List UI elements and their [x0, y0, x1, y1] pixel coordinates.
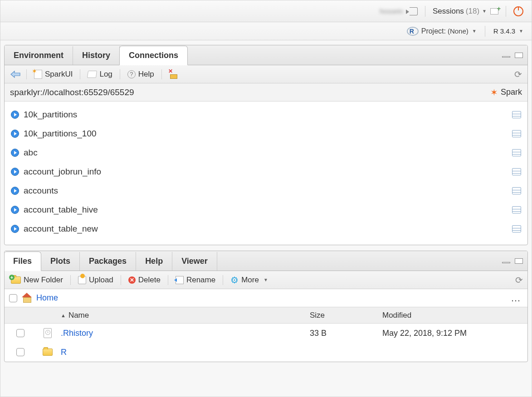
maximize-pane-icon[interactable]: [515, 53, 523, 58]
sparkui-label: SparkUI: [45, 70, 73, 79]
refresh-icon[interactable]: ⟳: [515, 275, 523, 286]
table-row[interactable]: accounts: [11, 181, 521, 200]
table-name: 10k_partitions_100: [24, 129, 97, 139]
rename-label: Rename: [186, 276, 215, 285]
connections-tabstrip: Environment History Connections: [5, 45, 527, 65]
connections-pane: Environment History Connections SparkUI …: [4, 45, 528, 245]
delete-button[interactable]: ✕ Delete: [127, 275, 162, 286]
expand-icon[interactable]: [11, 187, 19, 195]
table-row[interactable]: account_jobrun_info: [11, 162, 521, 181]
expand-icon[interactable]: [11, 149, 19, 157]
new-folder-button[interactable]: + New Folder: [9, 275, 65, 286]
tab-files[interactable]: Files: [4, 252, 41, 271]
select-all-checkbox[interactable]: [9, 294, 17, 302]
tab-viewer[interactable]: Viewer: [172, 252, 217, 271]
divider: [485, 26, 485, 37]
tab-plots[interactable]: Plots: [41, 252, 80, 271]
help-button[interactable]: ? Help: [126, 69, 156, 80]
row-checkbox[interactable]: [16, 329, 24, 337]
expand-icon[interactable]: [11, 225, 19, 233]
tab-help[interactable]: Help: [136, 252, 172, 271]
path-overflow-icon[interactable]: …: [511, 292, 521, 304]
divider: [80, 69, 80, 79]
connection-tables-list: 10k_partitions 10k_partitions_100 abc ac…: [5, 102, 527, 245]
tab-packages[interactable]: Packages: [80, 252, 136, 271]
r-version-menu[interactable]: R 3.4.3 ▼: [493, 27, 523, 35]
divider: [425, 6, 425, 17]
tab-environment[interactable]: Environment: [5, 46, 73, 65]
connections-toolbar: SparkUI Log ? Help ⟳: [5, 65, 527, 83]
project-label: Project:: [421, 27, 446, 35]
expand-icon[interactable]: [11, 130, 19, 138]
quit-session-icon[interactable]: [513, 6, 523, 16]
help-label: Help: [138, 70, 154, 79]
connection-url-row: sparklyr://localhost:65529/65529 ✶ Spark: [5, 83, 527, 102]
column-name[interactable]: ▲ Name: [59, 311, 310, 320]
row-checkbox[interactable]: [16, 348, 24, 356]
preview-table-icon[interactable]: [512, 111, 521, 118]
back-arrow-icon[interactable]: [10, 70, 21, 78]
table-row[interactable]: abc: [11, 143, 521, 162]
divider: [223, 275, 223, 285]
table-name: account_table_hive: [24, 205, 98, 215]
table-name: account_jobrun_info: [24, 167, 101, 177]
chevron-down-icon: ▼: [482, 9, 487, 14]
file-name[interactable]: .Rhistory: [61, 329, 93, 338]
sparkui-icon: [34, 70, 42, 79]
files-tabstrip: Files Plots Packages Help Viewer: [5, 251, 527, 271]
rename-button[interactable]: Rename: [174, 275, 217, 286]
refresh-icon[interactable]: ⟳: [514, 69, 522, 80]
divider: [121, 275, 121, 285]
table-row[interactable]: 10k_partitions_100: [11, 124, 521, 143]
table-row[interactable]: account_table_new: [11, 219, 521, 238]
files-pane: Files Plots Packages Help Viewer + New F…: [4, 251, 528, 362]
preview-table-icon[interactable]: [512, 130, 521, 137]
log-label: Log: [99, 70, 112, 79]
maximize-pane-icon[interactable]: [515, 258, 523, 264]
divider: [70, 275, 71, 285]
column-size[interactable]: Size: [310, 311, 382, 320]
file-name[interactable]: R: [61, 348, 67, 357]
divider: [168, 275, 168, 285]
preview-table-icon[interactable]: [512, 187, 521, 194]
preview-table-icon[interactable]: [512, 206, 521, 213]
file-size: 33 B: [310, 329, 382, 338]
tab-history[interactable]: History: [73, 46, 120, 65]
delete-icon: ✕: [128, 276, 136, 284]
more-label: More: [241, 276, 259, 285]
new-session-icon[interactable]: [490, 8, 498, 15]
chevron-down-icon: ▼: [264, 277, 268, 282]
new-folder-label: New Folder: [24, 276, 63, 285]
upload-button[interactable]: Upload: [76, 275, 115, 286]
table-row[interactable]: account_table_hive: [11, 200, 521, 219]
rename-icon: [176, 276, 184, 284]
gear-icon: ⚙: [230, 275, 239, 286]
file-row[interactable]: .Rhistory 33 B May 22, 2018, 9:12 PM: [5, 324, 527, 343]
breadcrumb-home[interactable]: Home: [36, 293, 58, 303]
disconnect-button[interactable]: [167, 69, 179, 80]
table-row[interactable]: 10k_partitions: [11, 105, 521, 124]
sign-out-icon[interactable]: [410, 7, 418, 15]
log-icon: [87, 71, 97, 78]
expand-icon[interactable]: [11, 111, 19, 119]
expand-icon[interactable]: [11, 206, 19, 214]
header-name-label: Name: [68, 311, 89, 320]
sparkui-button[interactable]: SparkUI: [32, 69, 74, 80]
tab-connections[interactable]: Connections: [119, 46, 188, 65]
more-button[interactable]: ⚙ More ▼: [229, 274, 270, 286]
divider: [161, 69, 162, 79]
preview-table-icon[interactable]: [512, 149, 521, 156]
preview-table-icon[interactable]: [512, 225, 521, 232]
file-row[interactable]: R: [5, 343, 527, 362]
sessions-button[interactable]: Sessions (18) ▼: [433, 7, 487, 16]
files-header: ▲ Name Size Modified: [5, 307, 527, 324]
preview-table-icon[interactable]: [512, 168, 521, 175]
minimize-pane-icon[interactable]: [502, 56, 510, 58]
minimize-pane-icon[interactable]: [502, 262, 510, 263]
log-button[interactable]: Log: [86, 69, 114, 80]
expand-icon[interactable]: [11, 168, 19, 176]
home-icon[interactable]: [22, 294, 32, 303]
project-menu[interactable]: Project: (None) ▼: [421, 27, 477, 35]
sessions-count: (18): [466, 7, 479, 16]
column-modified[interactable]: Modified: [382, 311, 527, 320]
